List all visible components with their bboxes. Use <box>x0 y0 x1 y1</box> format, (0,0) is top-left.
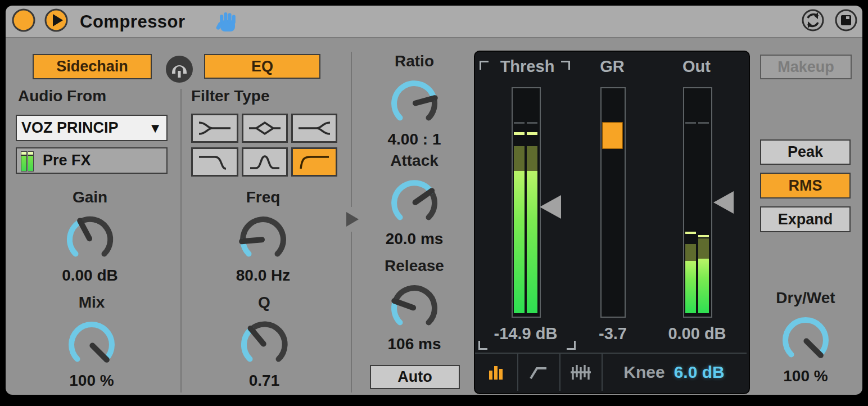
bell-icon <box>247 118 283 138</box>
out-value[interactable]: 0.00 dB <box>661 324 734 343</box>
release-value[interactable]: 106 ms <box>358 335 471 355</box>
drywet-knob-block: Dry/Wet 100 % <box>749 288 862 387</box>
auto-release-button[interactable]: Auto <box>370 365 460 389</box>
high-pass-icon <box>296 152 332 172</box>
filter-low-pass-button[interactable] <box>191 147 238 177</box>
freq-value[interactable]: 80.0 Hz <box>207 266 319 286</box>
freq-knob-block: Freq 80.0 Hz <box>207 187 319 286</box>
thresh-bracket-tr <box>561 61 570 70</box>
knee-label: Knee <box>623 363 664 382</box>
band-pass-icon <box>247 152 283 172</box>
knee-value[interactable]: 6.0 dB <box>674 363 725 382</box>
gain-value[interactable]: 0.00 dB <box>34 266 146 286</box>
mini-meter-icon <box>28 151 34 172</box>
sidechain-position-select[interactable]: Pre FX <box>16 147 168 174</box>
filter-high-shelf-button[interactable] <box>291 114 337 143</box>
section-divider <box>351 232 352 393</box>
filter-bell-button[interactable] <box>242 114 288 143</box>
ratio-value[interactable]: 4.00 : 1 <box>358 130 471 150</box>
attack-value[interactable]: 20.0 ms <box>358 229 471 250</box>
gain-reduction-meter <box>600 87 626 318</box>
release-knob-block: Release 106 ms <box>358 256 471 355</box>
mix-knob[interactable] <box>64 315 120 371</box>
thresh-value-bracket-br <box>567 341 576 350</box>
fold-arrow-icon[interactable] <box>346 212 359 227</box>
threshold-slider-handle[interactable] <box>540 195 561 219</box>
ratio-knob[interactable] <box>386 74 442 130</box>
attack-label: Attack <box>358 151 471 171</box>
device-activator-icon[interactable] <box>11 8 36 33</box>
q-knob[interactable] <box>236 315 292 371</box>
gain-label: Gain <box>34 187 146 207</box>
bars-activity-icon <box>487 363 506 382</box>
expand-mode-button[interactable]: Expand <box>760 206 851 232</box>
compressor-display: Thresh GR Out <box>474 51 750 394</box>
release-label: Release <box>358 256 471 276</box>
gain-reduction-bar <box>602 122 623 149</box>
filter-low-shelf-button[interactable] <box>191 114 238 143</box>
hand-icon[interactable] <box>215 10 241 35</box>
peak-mode-button[interactable]: Peak <box>760 139 851 165</box>
position-value: Pre FX <box>43 152 91 169</box>
filter-high-pass-button[interactable] <box>291 147 337 177</box>
gr-label: GR <box>584 57 640 76</box>
save-preset-icon[interactable] <box>834 8 858 33</box>
ratio-label: Ratio <box>358 51 471 71</box>
output-gain-slider-handle[interactable] <box>713 191 734 214</box>
low-pass-icon <box>197 152 233 172</box>
sidechain-routing-select[interactable]: VOZ PRINCIP ▼ <box>16 115 168 141</box>
makeup-button[interactable]: Makeup <box>760 55 852 79</box>
compressor-device-window: Compressor Sid <box>0 0 868 406</box>
transfer-curve-view-button[interactable] <box>517 354 559 391</box>
knee-control: Knee 6.0 dB <box>602 354 747 391</box>
ratio-knob-block: Ratio 4.00 : 1 <box>358 51 471 150</box>
section-divider <box>351 52 352 207</box>
q-value[interactable]: 0.71 <box>208 371 320 391</box>
freq-knob[interactable] <box>235 210 291 266</box>
q-label: Q <box>208 292 320 313</box>
transfer-curve-icon <box>528 363 549 382</box>
mix-knob-block: Mix 100 % <box>35 292 148 391</box>
gain-knob[interactable] <box>62 210 118 266</box>
chevron-down-icon: ▼ <box>148 120 162 136</box>
q-knob-block: Q 0.71 <box>208 292 320 391</box>
device-title-bar: Compressor <box>6 6 862 38</box>
attack-knob[interactable] <box>386 173 442 229</box>
thresh-value[interactable]: -14.9 dB <box>483 324 568 343</box>
sidechain-listen-icon[interactable] <box>164 54 195 84</box>
out-label: Out <box>668 57 725 76</box>
gr-value: -3.7 <box>582 324 644 343</box>
release-knob[interactable] <box>386 278 442 335</box>
filter-type-label: Filter Type <box>191 87 270 105</box>
audio-from-label: Audio From <box>18 87 106 105</box>
output-meter[interactable] <box>683 87 712 318</box>
mini-meter-icon <box>21 151 27 172</box>
drywet-knob[interactable] <box>777 310 834 367</box>
history-view-button[interactable] <box>559 354 602 391</box>
mix-label: Mix <box>35 292 148 313</box>
freq-label: Freq <box>207 187 319 207</box>
section-divider <box>180 89 182 393</box>
sidechain-toggle-button[interactable]: Sidechain <box>33 54 152 79</box>
comb-history-icon <box>570 363 591 382</box>
drywet-value[interactable]: 100 % <box>749 367 862 387</box>
preview-play-icon[interactable] <box>44 8 69 33</box>
hot-swap-icon[interactable] <box>801 8 825 33</box>
mix-value[interactable]: 100 % <box>35 371 148 391</box>
high-shelf-icon <box>296 118 332 138</box>
eq-toggle-button[interactable]: EQ <box>204 54 320 79</box>
drywet-label: Dry/Wet <box>749 288 862 308</box>
thresh-meter[interactable] <box>512 87 541 318</box>
gain-knob-block: Gain 0.00 dB <box>34 187 146 286</box>
low-shelf-icon <box>197 118 233 138</box>
routing-value: VOZ PRINCIP <box>21 119 148 137</box>
rms-mode-button[interactable]: RMS <box>760 173 851 199</box>
activity-view-button[interactable] <box>475 354 517 391</box>
thresh-label[interactable]: Thresh <box>486 57 568 76</box>
filter-band-pass-button[interactable] <box>242 147 288 177</box>
attack-knob-block: Attack 20.0 ms <box>358 151 471 250</box>
device-title: Compressor <box>80 12 186 32</box>
